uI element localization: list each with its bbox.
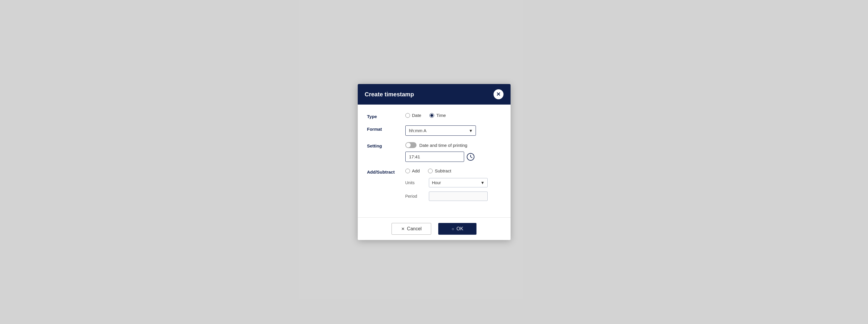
ok-label: OK: [457, 226, 463, 231]
format-select-wrap: hh:mm A HH:mm hh:mm:ss A HH:mm:ss ▼: [405, 125, 476, 136]
dialog-title: Create timestamp: [365, 91, 414, 98]
add-subtract-control: Add Subtract Units Hour Minute: [405, 168, 501, 205]
toggle-slider: [405, 142, 416, 148]
add-subtract-row: Add/Subtract Add Subtract Units: [367, 168, 501, 205]
format-control: hh:mm A HH:mm hh:mm:ss A HH:mm:ss ▼: [405, 125, 501, 136]
time-input[interactable]: [405, 152, 464, 162]
type-label: Type: [367, 113, 405, 119]
add-subtract-label: Add/Subtract: [367, 168, 405, 174]
cancel-icon: ✕: [401, 226, 405, 231]
type-row: Type Date Time: [367, 113, 501, 119]
setting-control: Date and time of printing: [405, 142, 501, 162]
units-label: Units: [405, 181, 429, 185]
subtract-radio-item[interactable]: Subtract: [428, 168, 451, 173]
units-row: Units Hour Minute Second Day Month Year …: [405, 178, 501, 187]
format-row: Format hh:mm A HH:mm hh:mm:ss A HH:mm:ss…: [367, 125, 501, 136]
format-label: Format: [367, 125, 405, 132]
period-row: Period: [405, 192, 501, 201]
period-label: Period: [405, 194, 429, 199]
period-input[interactable]: [429, 192, 488, 201]
toggle-switch[interactable]: [405, 142, 416, 148]
setting-row: Setting Date and time of printing: [367, 142, 501, 162]
subtract-label: Subtract: [435, 168, 451, 173]
clock-button[interactable]: [466, 153, 475, 161]
dialog: Create timestamp ✕ Type Date: [358, 84, 510, 240]
add-radio-item[interactable]: Add: [405, 168, 420, 173]
add-radio[interactable]: [405, 169, 410, 173]
dialog-header: Create timestamp ✕: [358, 84, 510, 104]
format-select[interactable]: hh:mm A HH:mm hh:mm:ss A HH:mm:ss: [405, 125, 476, 136]
type-radio-date[interactable]: Date: [405, 113, 422, 118]
type-radio-time[interactable]: Time: [429, 113, 446, 118]
add-subtract-radio-group: Add Subtract: [405, 168, 501, 173]
cancel-label: Cancel: [407, 226, 422, 231]
type-date-radio[interactable]: [405, 113, 410, 118]
type-date-label: Date: [412, 113, 422, 118]
toggle-row: Date and time of printing: [405, 142, 501, 148]
type-time-label: Time: [436, 113, 446, 118]
dialog-body: Type Date Time Forma: [358, 104, 510, 217]
time-input-wrap: [405, 152, 501, 162]
type-radio-group: Date Time: [405, 113, 501, 118]
close-icon: ✕: [496, 91, 501, 98]
toggle-label: Date and time of printing: [420, 143, 467, 148]
ok-button[interactable]: ○ OK: [438, 223, 476, 235]
svg-line-2: [471, 157, 472, 158]
type-control: Date Time: [405, 113, 501, 118]
type-time-radio[interactable]: [429, 113, 434, 118]
subtract-radio[interactable]: [428, 169, 433, 173]
add-label: Add: [412, 168, 420, 173]
units-select[interactable]: Hour Minute Second Day Month Year: [429, 178, 488, 187]
setting-label: Setting: [367, 142, 405, 148]
dialog-footer: ✕ Cancel ○ OK: [358, 217, 510, 240]
close-button[interactable]: ✕: [494, 89, 503, 99]
units-select-wrap: Hour Minute Second Day Month Year ▼: [429, 178, 488, 187]
cancel-button[interactable]: ✕ Cancel: [392, 223, 432, 235]
ok-icon: ○: [452, 226, 454, 231]
overlay: Create timestamp ✕ Type Date: [0, 0, 868, 324]
clock-icon: [466, 153, 475, 161]
